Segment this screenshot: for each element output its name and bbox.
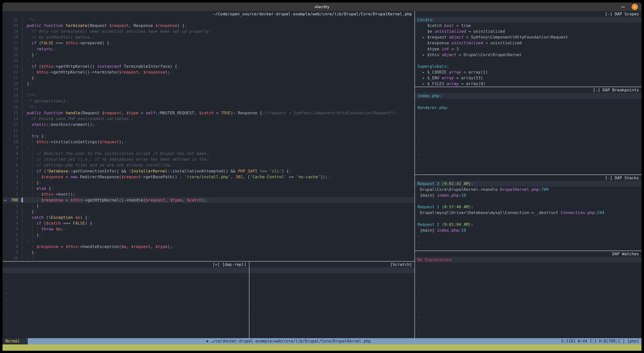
- panel-row[interactable]: ~: [415, 239, 641, 245]
- code-line[interactable]: 31 */↲: [3, 17, 414, 23]
- panel-row[interactable]: [415, 216, 641, 221]
- panel-row[interactable]: ~: [3, 302, 249, 308]
- dap-stacks-panel[interactable]: [-] DAP Stacks Request 3 (9:01:41 AM): D…: [415, 175, 641, 251]
- panel-row[interactable]: ~: [249, 279, 414, 285]
- panel-row[interactable]: ~: [3, 297, 249, 302]
- scratch-window[interactable]: [Scratch] ~~~~~~~~~~~: [249, 262, 414, 338]
- panel-row[interactable]: ~: [415, 157, 641, 163]
- panel-row[interactable]: Request 2 (9:01:04 AM):: [415, 222, 641, 227]
- code-line[interactable]: 10↲ │: [3, 255, 414, 261]
- panel-row[interactable]: ~: [415, 268, 641, 274]
- dap-stacks-rows[interactable]: Request 3 (9:01:41 AM): Drupal\Core\Drup…: [415, 181, 641, 251]
- code-line[interactable]: 10 │ $this->initializeSettings($request)…: [3, 139, 414, 145]
- code-line[interactable]: 26 │ return;↲: [3, 46, 414, 52]
- dap-scopes-panel[interactable]: [-] DAP Scopes Locals: $catch bool = tru…: [415, 11, 641, 87]
- panel-row[interactable]: ~: [249, 326, 414, 331]
- panel-row-selected[interactable]: index.php:: [415, 93, 641, 99]
- code-line[interactable]: 8 │ $response = $this->handleException($…: [3, 244, 414, 250]
- panel-row[interactable]: ~: [3, 291, 249, 297]
- panel-row[interactable]: ~: [415, 298, 641, 303]
- dap-repl-buffer[interactable]: ~~~~~~~~~~~: [3, 267, 249, 337]
- code-line[interactable]: 24↲ │: [3, 58, 414, 63]
- code-line[interactable]: 4 │ if ($catch === FALSE) {↲: [3, 220, 414, 226]
- panel-row[interactable]: ~: [249, 308, 414, 314]
- code-line[interactable]: 12↲ │: [3, 127, 414, 133]
- panel-row[interactable]: ▸ $this object = Drupal\Core\DrupalKerne…: [415, 52, 641, 58]
- dap-watches-panel[interactable]: DAP Watches No Expressions~~~~~~~~~~~~: [415, 251, 641, 338]
- code-line[interactable]: 30public function terminate(Request $req…: [3, 23, 414, 28]
- panel-row[interactable]: [415, 198, 641, 204]
- panel-row[interactable]: ~: [3, 273, 249, 279]
- panel-row[interactable]: ~: [3, 285, 249, 291]
- panel-row[interactable]: ~: [249, 297, 414, 302]
- panel-row[interactable]: $response uninitialized = uninitialized: [415, 40, 641, 46]
- code-line[interactable]: 4 │ │ $response = new RedirectResponse($…: [3, 174, 414, 180]
- panel-row[interactable]: ~: [415, 151, 641, 157]
- panel-row-selected[interactable]: [249, 267, 414, 273]
- panel-row[interactable]: {main} index.php:19: [415, 192, 641, 198]
- panel-row[interactable]: Drupal\Core\DrupalKernel->handle DrupalK…: [415, 187, 641, 192]
- panel-row[interactable]: ~: [249, 314, 414, 320]
- panel-row[interactable]: ~: [415, 134, 641, 139]
- panel-row[interactable]: Drupal\mysql\Driver\Database\mysql\Conne…: [415, 210, 641, 216]
- panel-row[interactable]: ~: [415, 139, 641, 145]
- panel-row[interactable]: ~: [249, 285, 414, 291]
- panel-row[interactable]: ~: [249, 331, 414, 337]
- panel-row[interactable]: ~: [415, 245, 641, 251]
- panel-row[interactable]: ~: [415, 315, 641, 321]
- panel-row[interactable]: ▸ $_ENV array = array(53): [415, 75, 641, 81]
- panel-row[interactable]: Request 1 (8:57:46 AM):: [415, 204, 641, 210]
- panel-row-selected[interactable]: No Expressions: [415, 257, 641, 263]
- code-line[interactable]: 19↲: [3, 87, 414, 92]
- panel-row[interactable]: ~: [415, 280, 641, 286]
- panel-row[interactable]: ▸ $_FILES array = array(0): [415, 81, 641, 87]
- panel-row[interactable]: $catch bool = true: [415, 23, 641, 28]
- code-line[interactable]: 17 * {@inheritdoc}↲: [3, 98, 414, 104]
- panel-row[interactable]: ~: [415, 327, 641, 332]
- panel-row-selected[interactable]: Request 3 (9:01:41 AM):: [415, 181, 641, 187]
- panel-row[interactable]: Renderer.php:: [415, 105, 641, 111]
- code-lines[interactable]: 31 */↲30public function terminate(Reques…: [3, 17, 414, 261]
- panel-row[interactable]: ~: [249, 320, 414, 326]
- code-line-current[interactable]: →709 │ │ $response = $this->getHttpKerne…: [3, 197, 414, 203]
- panel-row[interactable]: Superglobals:: [415, 63, 641, 69]
- panel-row[interactable]: ▸ $request object = Symfony\Component\Ht…: [415, 34, 641, 40]
- dap-breakpoints-panel[interactable]: [-] DAP Breakpoints index.php:Renderer.p…: [415, 87, 641, 174]
- scratch-buffer[interactable]: ~~~~~~~~~~~: [249, 267, 414, 337]
- code-line[interactable]: 27 if (FALSE === $this->prepared) {↲: [3, 40, 414, 46]
- dap-watches-rows[interactable]: No Expressions~~~~~~~~~~~~: [415, 257, 641, 338]
- panel-row[interactable]: ▸ $_COOKIE array = array(1): [415, 69, 641, 75]
- panel-row[interactable]: ~: [415, 321, 641, 327]
- panel-row[interactable]: ~: [415, 292, 641, 298]
- panel-row[interactable]: ~: [3, 314, 249, 320]
- minimize-button[interactable]: [620, 3, 626, 11]
- code-line[interactable]: 14 // Ensure sane PHP environment variab…: [3, 116, 414, 122]
- code-line[interactable]: 7 │ // installed yet (i.e., if no $datab…: [3, 156, 414, 162]
- code-line[interactable]: 3 catch (\Exception $e) {↲: [3, 215, 414, 220]
- panel-row[interactable]: ~: [415, 303, 641, 309]
- panel-row[interactable]: [415, 99, 641, 104]
- code-line[interactable]: 16 */↲: [3, 104, 414, 110]
- close-button[interactable]: ×: [632, 4, 638, 10]
- panel-row[interactable]: ~: [415, 116, 641, 122]
- code-line[interactable]: 13 static::bootEnvironment();↲: [3, 122, 414, 127]
- panel-row[interactable]: ~: [3, 331, 249, 337]
- code-line[interactable]: 21 }↲: [3, 75, 414, 81]
- code-line[interactable]: 8 │ // Redirect the user to the installa…: [3, 151, 414, 156]
- code-line[interactable]: 11 try {↲: [3, 133, 414, 139]
- title-bar[interactable]: Alacritty ×: [3, 3, 641, 11]
- dap-scopes-rows[interactable]: Locals: $catch bool = true $e uninitiali…: [415, 17, 641, 87]
- code-line[interactable]: 9 }↲: [3, 250, 414, 255]
- code-line[interactable]: 28 // by preHandle() before.↲: [3, 34, 414, 40]
- panel-row[interactable]: ~: [415, 122, 641, 128]
- code-line[interactable]: 29 // Only run terminate() when essentia…: [3, 28, 414, 34]
- panel-row[interactable]: $e uninitialized = uninitialized: [415, 28, 641, 34]
- dap-breakpoints-rows[interactable]: index.php:Renderer.php:~~~~~~~~~~~: [415, 93, 641, 174]
- panel-row[interactable]: ~: [415, 145, 641, 151]
- panel-row[interactable]: ~: [415, 309, 641, 315]
- panel-row[interactable]: ~: [249, 302, 414, 308]
- panel-row[interactable]: ~: [415, 274, 641, 280]
- panel-row[interactable]: [415, 58, 641, 63]
- panel-row-selected[interactable]: [3, 267, 249, 273]
- code-line[interactable]: 1 │ }↲: [3, 203, 414, 209]
